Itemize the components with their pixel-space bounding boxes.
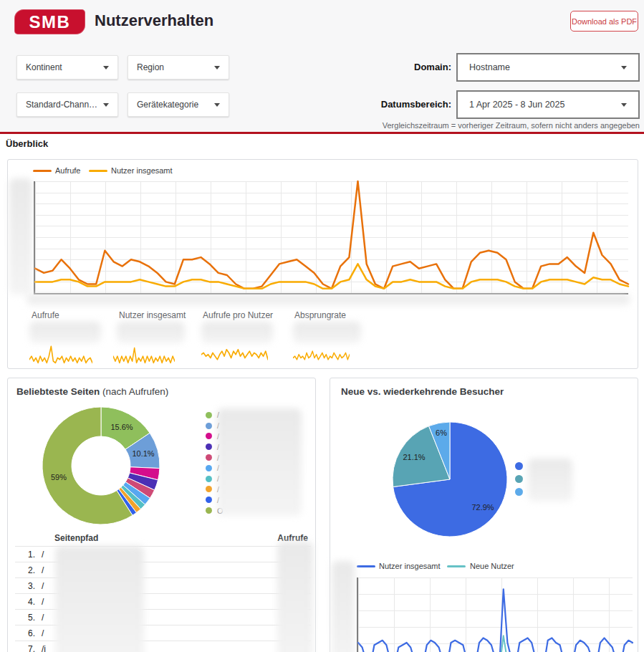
row-rank: 4. — [15, 597, 42, 607]
redacted-value — [293, 322, 361, 343]
card-title: Neue vs. wiederkehrende Besucher — [341, 386, 504, 397]
legend-dot-icon — [515, 462, 523, 470]
page-title: Nutzerverhalten — [95, 11, 213, 30]
section-divider — [0, 132, 644, 134]
scorecard-label-nutzer: Nutzer insgesamt — [119, 310, 186, 320]
comparison-note: Vergleichszeitraum = vorheriger Zeitraum… — [383, 121, 640, 130]
row-rank: 5. — [15, 613, 42, 623]
smb-logo: SMB — [14, 9, 85, 34]
row-rank: 6. — [15, 628, 42, 638]
logo-text: SMB — [29, 12, 71, 32]
redacted-y-axis — [9, 178, 32, 294]
filter-label: Standard-Chann… — [26, 100, 97, 110]
card-title-bold: Beliebteste Seiten — [16, 386, 100, 397]
filter-label: Region — [137, 62, 164, 72]
pie-legend — [515, 462, 523, 501]
chevron-down-icon — [621, 66, 627, 69]
pie-label: 21.1% — [398, 453, 430, 461]
legend-dot-icon — [515, 475, 523, 483]
chevron-down-icon — [103, 103, 109, 107]
legend-dot-icon — [206, 476, 212, 482]
legend-dot-icon — [206, 423, 212, 429]
daterange-label: Datumsbereich: — [365, 99, 451, 110]
chevron-down-icon — [214, 103, 220, 107]
sparkline-absprungrate — [293, 345, 350, 366]
legend-dot-icon — [206, 444, 212, 450]
top-pages-card: Beliebteste Seiten (nach Aufrufen) 15.6%… — [7, 378, 316, 652]
users-line-chart — [357, 577, 633, 652]
filter-channel[interactable]: Standard-Chann… — [16, 92, 118, 117]
legend-swatch-neue-nutzer — [447, 565, 466, 567]
filter-label: Gerätekategorie — [137, 100, 198, 110]
chevron-down-icon — [621, 103, 627, 107]
row-rank: 1. — [15, 550, 42, 560]
legend-label: Nutzer insgesamt — [379, 562, 441, 570]
users-line-chart-svg — [358, 577, 633, 652]
row-rank: 7. — [15, 644, 42, 652]
filter-geraetekategorie[interactable]: Gerätekategorie — [128, 92, 229, 117]
pie-label: 72.9% — [466, 503, 499, 512]
filter-region[interactable]: Region — [128, 55, 229, 80]
sparkline-aufrufe-pro-nutzer — [201, 345, 268, 366]
redacted-legend-labels — [217, 408, 302, 516]
card-title-rest: (nach Aufrufen) — [100, 386, 168, 397]
filter-kontinent[interactable]: Kontinent — [16, 55, 118, 80]
card-title-bold: Neue vs. wiederkehrende Besucher — [341, 386, 504, 397]
legend-swatch-nutzer — [89, 170, 107, 172]
legend-label: Nutzer insgesamt — [111, 166, 173, 175]
legend-label: Neue Nutzer — [470, 562, 514, 570]
domain-label: Domain: — [365, 62, 451, 72]
chevron-down-icon — [103, 66, 109, 69]
row-rank: 2. — [15, 565, 42, 575]
legend-dot-icon — [206, 497, 212, 503]
legend-dot-icon — [206, 433, 212, 439]
legend-label: Aufrufe — [55, 166, 80, 175]
redacted-value — [29, 322, 101, 343]
legend-dot-icon — [206, 465, 212, 471]
scorecard-label-absprungrate: Absprungrate — [294, 310, 346, 320]
legend-swatch-aufrufe — [33, 170, 52, 172]
redacted-y-axis — [332, 561, 355, 652]
legend-dot-icon — [515, 488, 523, 496]
pie-label: 6% — [431, 428, 452, 437]
sparkline-aufrufe — [29, 345, 92, 366]
scorecard-label-aufrufe-pro-nutzer: Aufrufe pro Nutzer — [203, 310, 273, 320]
download-pdf-button[interactable]: Download als PDF — [570, 11, 638, 32]
legend-dot-icon — [206, 486, 212, 492]
filter-bar: Kontinent Region Standard-Chann… Gerätek… — [0, 43, 644, 132]
legend-dot-icon — [206, 454, 212, 461]
domain-value: Hostname — [469, 62, 510, 72]
daterange-select[interactable]: 1 Apr 2025 - 8 Jun 2025 — [456, 90, 640, 119]
redacted-x-axis — [27, 294, 630, 306]
legend-dot-icon — [206, 412, 212, 418]
domain-select[interactable]: Hostname — [456, 53, 640, 82]
donut-label: 59% — [44, 473, 73, 481]
overview-line-chart — [34, 181, 628, 294]
overview-card: Aufrufe Nutzer insgesamt Aufrufe Nutzer … — [7, 159, 638, 369]
legend-swatch-nutzer-insgesamt — [357, 565, 375, 567]
daterange-value: 1 Apr 2025 - 8 Jun 2025 — [469, 100, 564, 110]
visitors-card: Neue vs. wiederkehrende Besucher 6% 21.1… — [330, 378, 638, 652]
filter-label: Kontinent — [26, 62, 62, 72]
legend-dot-icon — [206, 507, 212, 514]
scorecard-label-aufrufe: Aufrufe — [32, 310, 59, 320]
redacted-value — [117, 322, 185, 343]
donut-label: 10.1% — [128, 449, 159, 458]
redacted-value — [201, 322, 273, 343]
column-header-seitenpfad: Seitenpfad — [54, 533, 98, 543]
sparkline-nutzer — [113, 345, 175, 366]
chevron-down-icon — [214, 66, 220, 69]
overview-line-chart-svg — [35, 181, 628, 293]
header-bar: SMB Nutzerverhalten Download als PDF — [0, 0, 644, 43]
redacted-paths — [55, 546, 144, 652]
redacted-legend-labels — [528, 459, 572, 502]
donut-label: 15.6% — [106, 423, 138, 431]
card-title: Beliebteste Seiten (nach Aufrufen) — [16, 386, 168, 397]
section-title: Überblick — [6, 138, 48, 149]
row-rank: 3. — [15, 581, 42, 591]
redacted-views-column — [277, 542, 313, 652]
top-pages-donut-chart — [40, 405, 162, 527]
table-header: Seitenpfad Aufrufe — [15, 530, 311, 546]
